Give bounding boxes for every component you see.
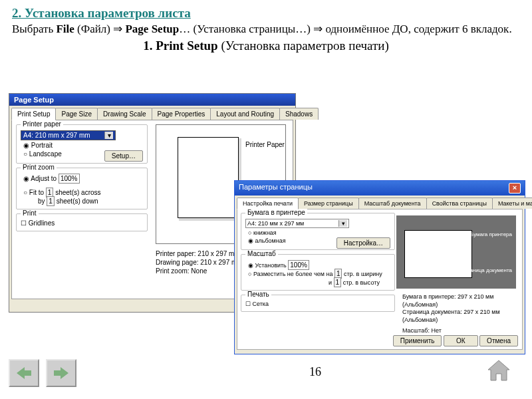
chevron-down-icon[interactable]: ▾	[104, 132, 113, 139]
checkbox-grid[interactable]: ☐ Сетка	[245, 301, 269, 307]
svg-marker-1	[54, 367, 68, 379]
tab-page-size[interactable]: Размер страницы	[298, 198, 359, 209]
group-printer-paper: Бумага в принтере	[245, 209, 307, 216]
arrow-right-icon	[53, 366, 70, 380]
group-printer-paper: Printer paper	[21, 120, 63, 128]
home-button[interactable]	[485, 359, 512, 386]
tab-print-setup[interactable]: Print Setup	[11, 108, 56, 120]
checkbox-gridlines[interactable]: ☐ Gridlines	[21, 219, 55, 227]
prev-slide-button[interactable]	[9, 359, 39, 387]
group-print: Печать	[245, 291, 271, 298]
radio-fit[interactable]: ○ Разместить не более чем на 1 стр. в ши…	[245, 270, 390, 277]
page-number: 16	[309, 365, 321, 379]
chevron-down-icon[interactable]: ▾	[338, 220, 347, 227]
dialog-titlebar: Page Setup	[9, 94, 295, 106]
radio-adjust[interactable]: ◉ Adjust to 100%	[21, 175, 143, 182]
apply-button[interactable]: Применить	[393, 335, 442, 346]
close-icon[interactable]: ×	[509, 183, 521, 194]
dialog-tabs: Print Setup Page Size Drawing Scale Page…	[11, 108, 295, 120]
tab-doc-scale[interactable]: Масштаб документа	[358, 198, 427, 209]
subheading: 1. Print Setup (Установка параметров печ…	[12, 38, 520, 55]
svg-marker-0	[17, 367, 31, 379]
fit-down-input[interactable]: 1	[334, 277, 342, 287]
group-print-zoom: Print zoom	[21, 164, 57, 171]
tab-shadows[interactable]: Shadows	[279, 108, 319, 120]
radio-portrait[interactable]: ◉ Portrait	[21, 142, 143, 149]
tab-page-props[interactable]: Свойства страницы	[426, 198, 493, 209]
svg-marker-2	[488, 360, 509, 380]
intro-line: Выбрать File (Файл) ⇒ Page Setup… (Устан…	[12, 22, 520, 37]
radio-adjust[interactable]: ◉ Установить 100%	[245, 261, 390, 269]
group-scale: Масштаб	[245, 250, 278, 257]
group-print: Print	[21, 209, 39, 217]
tab-layouts[interactable]: Макеты и маршруты	[492, 198, 532, 209]
paper-info: Бумага в принтере: 297 x 210 мм (Альбомн…	[402, 293, 522, 334]
paper-info: Printer paper: 210 x 297 mm Drawing page…	[156, 249, 243, 275]
radio-portrait[interactable]: ○ книжная	[245, 229, 390, 236]
tab-drawing-scale[interactable]: Drawing Scale	[97, 108, 152, 120]
tab-layout-routing[interactable]: Layout and Routing	[210, 108, 280, 120]
next-slide-button[interactable]	[46, 359, 76, 387]
paper-size-select[interactable]: A4: 210 мм x 297 мм▾	[245, 219, 349, 228]
radio-fit[interactable]: ○ Fit to 1 sheet(s) across	[21, 189, 143, 196]
preview-pane: Бумага принтера Страница документа	[396, 215, 516, 289]
setup-button[interactable]: Настройка…	[336, 237, 390, 249]
tab-page-properties[interactable]: Page Properties	[152, 108, 211, 120]
cancel-button[interactable]: Отмена	[479, 335, 518, 346]
label-printer-paper: Бумага принтера	[470, 231, 512, 237]
page-setup-dialog-ru: Параметры страницы× Настройка печати Раз…	[234, 180, 525, 354]
arrow-left-icon	[15, 366, 33, 380]
dialog-titlebar: Параметры страницы×	[235, 181, 525, 196]
section-heading: 2. Установка параметров листа	[12, 5, 520, 22]
nav-arrows	[9, 359, 76, 387]
ok-button[interactable]: ОК	[444, 335, 478, 346]
label-printer-paper: Printer Paper	[245, 141, 285, 148]
setup-button[interactable]: Setup…	[104, 150, 143, 162]
tab-print-setup[interactable]: Настройка печати	[237, 198, 299, 209]
fit-down-input[interactable]: 1	[47, 196, 55, 206]
home-icon	[485, 359, 512, 383]
paper-size-select[interactable]: A4: 210 mm x 297 mm▾	[21, 130, 116, 140]
label-doc-page: Страница документа	[461, 267, 513, 273]
tab-page-size[interactable]: Page Size	[55, 108, 98, 120]
